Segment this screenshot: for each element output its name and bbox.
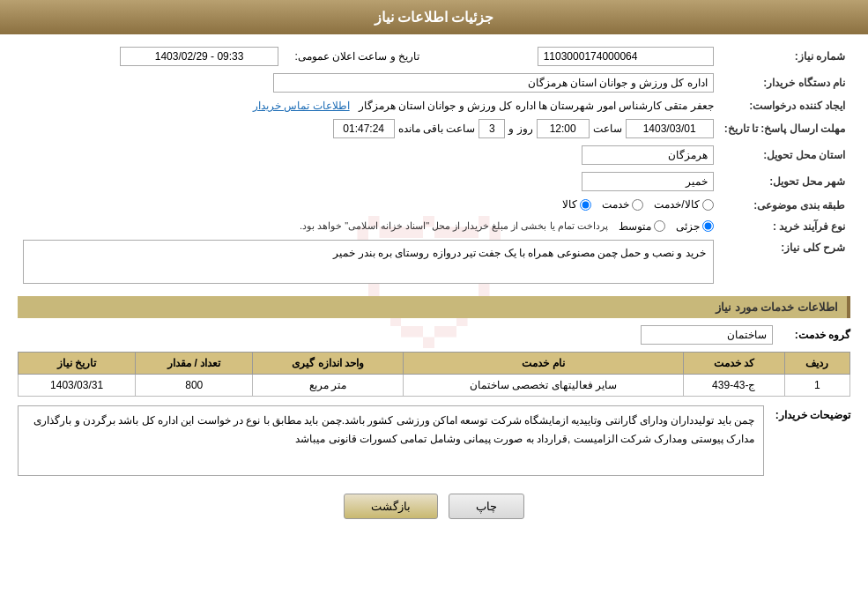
row-گروه-خدمت: گروه خدمت: ساختمان [18,325,850,345]
radio-label-جزئی: جزئی [676,220,700,233]
radio-label-کالاخدمت: کالا/خدمت [654,198,699,211]
نوع-فرآیند-desc: پرداخت تمام یا بخشی از مبلغ خریدار از مح… [300,220,608,232]
page-title: جزئیات اطلاعات نیاز [375,10,494,25]
radio-کالاخدمت[interactable]: کالا/خدمت [654,198,713,211]
button-row: چاپ بازگشت [18,494,850,519]
table-cell: 1403/03/31 [19,374,136,396]
value-ایجاد-کننده: جعفر متقی کارشناس امور شهرستان ها اداره … [359,100,714,112]
label-روز: روز و [508,123,532,135]
row-توضیحات: توضیحات خریدار: چمن باید تولیدداران ودار… [18,405,850,476]
مهلت-ارسال-row: 1403/03/01 ساعت 12:00 روز و 3 ساعت باقی … [23,119,714,138]
row-مهلت-ارسال: مهلت ارسال پاسخ: تا تاریخ: 1403/03/01 سا… [18,115,850,142]
label-طبقه-بندی: طبقه بندی موضوعی: [719,195,850,217]
label-نوع-فرآیند: نوع فرآیند خرید : [719,217,850,236]
table-cell: متر مربع [253,374,404,396]
value-استان-تحویل: هرمزگان [582,145,714,165]
row-نام-دستگاه: نام دستگاه خریدار: اداره کل ورزش و جوانا… [18,70,850,96]
radio-label-خدمت: خدمت [602,198,629,211]
value-تاریخ-ارسال-date: 1403/03/01 [626,119,714,138]
label-ایجاد-کننده: ایجاد کننده درخواست: [719,96,850,115]
radio-input-کالاخدمت[interactable] [702,199,714,211]
label-توضیحات: توضیحات خریدار: [771,405,850,421]
row-ایجاد-کننده: ایجاد کننده درخواست: جعفر متقی کارشناس ا… [18,96,850,115]
row-شرح-کلی: شرح کلی نیاز: خرید و نصب و حمل چمن مصنوع… [18,236,850,287]
table-row: 1ج-43-439سایر فعالیتهای تخصصی ساختمانمتر… [19,374,850,396]
value-روز: 3 [479,119,505,138]
table-cell: 800 [136,374,253,396]
value-گروه-خدمت: ساختمان [641,325,773,345]
print-button[interactable]: چاپ [449,494,524,519]
col-تاریخ: تاریخ نیاز [19,352,136,374]
value-تاریخ-اعلان: 1403/02/29 - 09:33 [120,47,278,66]
row-شماره-نیاز: شماره نیاز: 1103000174000064 تاریخ و ساع… [18,43,850,70]
radio-label-کالا: کالا [562,198,577,211]
label-مهلت-ارسال: مهلت ارسال پاسخ: تا تاریخ: [719,115,850,142]
label-نام-دستگاه: نام دستگاه خریدار: [719,70,850,96]
label-استان-تحویل: استان محل تحویل: [719,142,850,168]
radio-input-کالا[interactable] [580,199,591,211]
col-کد-خدمت: کد خدمت [683,352,784,374]
header-row: ردیف کد خدمت نام خدمت واحد اندازه گیری ت… [19,352,850,374]
label-شهر-تحویل: شهر محل تحویل: [719,168,850,195]
row-استان-تحویل: استان محل تحویل: هرمزگان [18,142,850,168]
main-info-table: شماره نیاز: 1103000174000064 تاریخ و ساع… [18,43,850,287]
page-header: جزئیات اطلاعات نیاز [0,0,868,34]
label-گروه-خدمت: گروه خدمت: [780,329,850,341]
label-شرح-کلی: شرح کلی نیاز: [719,236,850,287]
col-ردیف: ردیف [784,352,849,374]
table-cell: ج-43-439 [683,374,784,396]
radio-خدمت[interactable]: خدمت [602,198,643,211]
value-توضیحات: چمن باید تولیدداران ودارای گارانتی وتایی… [18,405,764,476]
row-شهر-تحویل: شهر محل تحویل: خمیر [18,168,850,195]
table-cell: 1 [784,374,849,396]
value-شهر-تحویل: خمیر [582,172,714,191]
label-باقیمانده: ساعت باقی مانده [398,123,476,135]
value-نام-دستگاه: اداره کل ورزش و جوانان استان هرمزگان [273,73,714,93]
value-ساعت: 12:00 [537,119,590,138]
col-نام-خدمت: نام خدمت [403,352,683,374]
row-طبقه-بندی: طبقه بندی موضوعی: کالا/خدمت خدمت [18,195,850,217]
back-button[interactable]: بازگشت [344,494,438,519]
services-table-header: ردیف کد خدمت نام خدمت واحد اندازه گیری ت… [19,352,850,374]
row-نوع-فرآیند: نوع فرآیند خرید : جزئی متوسط پرداخت [18,217,850,236]
col-واحد: واحد اندازه گیری [253,352,404,374]
نوع-فرآیند-row: جزئی متوسط پرداخت تمام یا بخشی از مبلغ خ… [23,220,714,233]
label-شماره-نیاز: شماره نیاز: [719,43,850,70]
label-تاریخ-اعلان: تاریخ و ساعت اعلان عمومی: [294,50,419,63]
radio-label-متوسط: متوسط [619,220,651,233]
radio-کالا[interactable]: کالا [562,198,591,211]
radio-input-جزئی[interactable] [702,220,714,232]
page-container: جزئیات اطلاعات نیاز 🛡 شماره نیاز: 110300… [0,0,868,609]
value-شماره-نیاز: 1103000174000064 [538,47,714,66]
services-table-body: 1ج-43-439سایر فعالیتهای تخصصی ساختمانمتر… [19,374,850,396]
radio-group-طبقه-بندی: کالا/خدمت خدمت کالا [562,198,713,211]
radio-متوسط[interactable]: متوسط [619,220,665,233]
table-cell: سایر فعالیتهای تخصصی ساختمان [403,374,683,396]
value-باقیمانده: 01:47:24 [333,119,395,138]
radio-input-خدمت[interactable] [632,199,643,211]
services-table: ردیف کد خدمت نام خدمت واحد اندازه گیری ت… [18,352,850,397]
value-شرح-کلی: خرید و نصب و حمل چمن مصنوعی همراه با یک … [23,240,714,284]
services-table-container: ردیف کد خدمت نام خدمت واحد اندازه گیری ت… [18,352,850,397]
section-title-خدمات: اطلاعات خدمات مورد نیاز [18,296,850,318]
radio-جزئی[interactable]: جزئی [676,220,714,233]
col-تعداد: تعداد / مقدار [136,352,253,374]
link-اطلاعات-تماس[interactable]: اطلاعات تماس خریدار [253,100,350,112]
label-ساعت: ساعت [593,123,622,135]
radio-input-متوسط[interactable] [654,220,665,232]
